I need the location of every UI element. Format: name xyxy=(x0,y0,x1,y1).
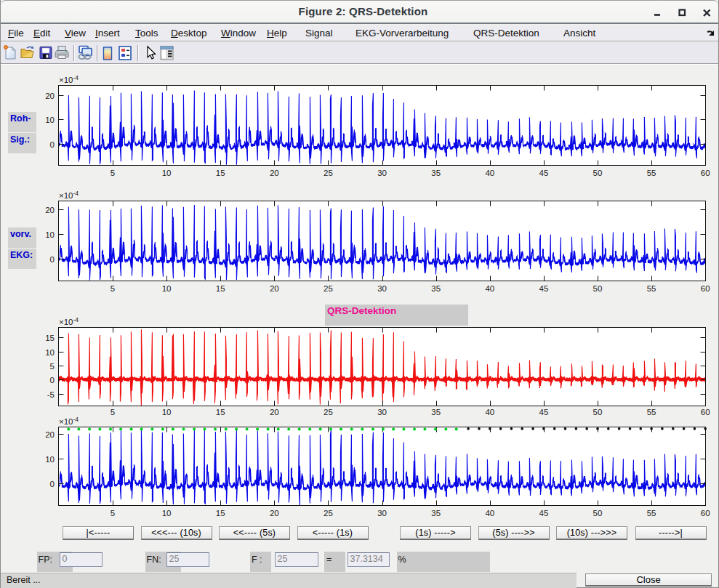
svg-text:30: 30 xyxy=(377,408,387,416)
svg-text:×10-4: ×10-4 xyxy=(59,316,79,327)
svg-text:40: 40 xyxy=(485,509,494,517)
svg-text:45: 45 xyxy=(539,284,549,293)
svg-text:20: 20 xyxy=(270,284,279,293)
svg-text:25: 25 xyxy=(324,169,333,177)
svg-text:30: 30 xyxy=(377,509,387,517)
svg-text:55: 55 xyxy=(647,169,656,177)
svg-text:20: 20 xyxy=(270,169,279,177)
svg-text:60: 60 xyxy=(701,408,710,416)
svg-text:10: 10 xyxy=(162,509,172,517)
svg-text:20: 20 xyxy=(45,206,55,214)
svg-text:40: 40 xyxy=(485,169,494,177)
svg-text:35: 35 xyxy=(431,169,441,177)
svg-text:35: 35 xyxy=(431,284,441,293)
svg-text:50: 50 xyxy=(593,509,603,517)
svg-text:45: 45 xyxy=(539,408,549,416)
svg-text:60: 60 xyxy=(701,169,710,177)
svg-text:20: 20 xyxy=(45,92,55,100)
svg-text:10: 10 xyxy=(162,284,172,293)
svg-text:-5: -5 xyxy=(47,390,55,399)
svg-text:5: 5 xyxy=(111,509,115,517)
svg-text:15: 15 xyxy=(45,334,55,342)
svg-text:×10-4: ×10-4 xyxy=(59,74,79,85)
svg-text:40: 40 xyxy=(485,408,494,416)
svg-text:50: 50 xyxy=(593,284,603,293)
svg-text:50: 50 xyxy=(593,169,603,177)
svg-text:55: 55 xyxy=(647,509,656,517)
svg-text:15: 15 xyxy=(216,284,225,293)
svg-text:55: 55 xyxy=(647,408,656,416)
svg-text:0: 0 xyxy=(50,140,55,149)
svg-text:25: 25 xyxy=(324,408,333,416)
svg-text:10: 10 xyxy=(45,455,55,464)
svg-text:10: 10 xyxy=(162,169,172,177)
svg-text:10: 10 xyxy=(45,116,55,124)
svg-text:20: 20 xyxy=(270,408,279,416)
svg-text:10: 10 xyxy=(162,408,172,416)
svg-text:15: 15 xyxy=(216,408,225,416)
svg-text:0: 0 xyxy=(50,480,55,488)
svg-text:20: 20 xyxy=(270,509,279,517)
svg-text:10: 10 xyxy=(45,348,55,357)
svg-text:20: 20 xyxy=(45,430,55,439)
svg-text:60: 60 xyxy=(701,284,710,293)
svg-text:25: 25 xyxy=(324,284,333,293)
svg-text:45: 45 xyxy=(539,509,549,517)
svg-text:45: 45 xyxy=(539,169,549,177)
svg-text:15: 15 xyxy=(216,169,225,177)
svg-text:0: 0 xyxy=(50,255,55,264)
svg-text:25: 25 xyxy=(324,509,333,517)
svg-text:40: 40 xyxy=(485,284,494,293)
svg-text:×10-4: ×10-4 xyxy=(59,416,79,427)
svg-text:30: 30 xyxy=(377,169,387,177)
svg-text:10: 10 xyxy=(45,230,55,239)
svg-text:5: 5 xyxy=(50,362,55,371)
svg-text:×10-4: ×10-4 xyxy=(59,190,79,201)
svg-text:15: 15 xyxy=(216,509,225,517)
svg-text:5: 5 xyxy=(111,408,115,416)
svg-text:60: 60 xyxy=(701,509,710,517)
svg-text:35: 35 xyxy=(431,408,441,416)
svg-text:5: 5 xyxy=(111,169,115,177)
svg-text:30: 30 xyxy=(377,284,387,293)
svg-text:0: 0 xyxy=(50,376,55,384)
svg-text:35: 35 xyxy=(431,509,441,517)
svg-text:5: 5 xyxy=(111,284,115,293)
svg-text:55: 55 xyxy=(647,284,656,293)
svg-text:50: 50 xyxy=(593,408,603,416)
